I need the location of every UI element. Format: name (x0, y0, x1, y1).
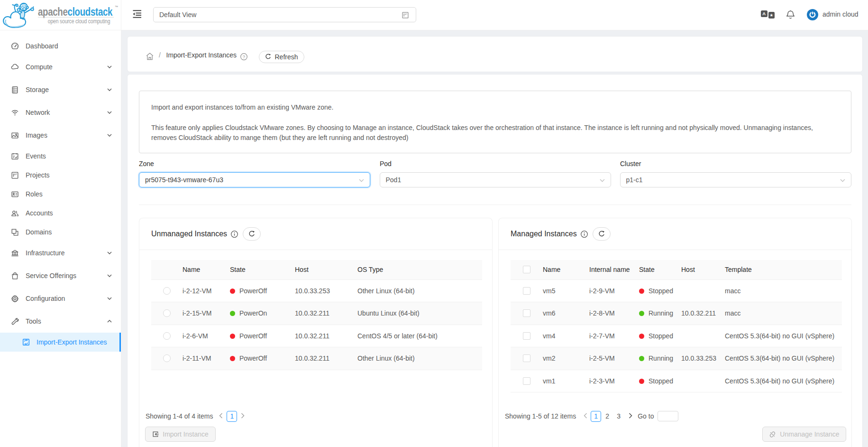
svg-text:™: ™ (115, 5, 118, 9)
svg-text:apachecloudstack: apachecloudstack (38, 6, 113, 19)
svg-text:open source cloud computing: open source cloud computing (48, 18, 110, 24)
svg-text:?: ? (243, 54, 245, 59)
